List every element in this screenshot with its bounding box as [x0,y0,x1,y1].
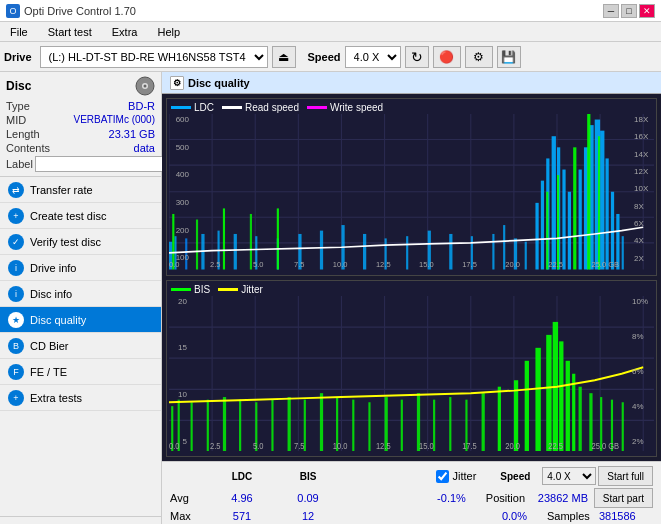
menu-extra[interactable]: Extra [106,25,144,39]
nav-icon-verify-test-disc: ✓ [8,234,24,250]
svg-rect-41 [525,242,527,270]
y-axis-left-top: 600 500 400 300 200 100 [167,115,189,263]
svg-text:5.0: 5.0 [253,260,263,269]
svg-rect-129 [622,402,624,451]
svg-rect-49 [579,170,582,270]
minimize-button[interactable]: ─ [603,4,619,18]
nav-label-fe-te: FE / TE [30,366,67,378]
nav-disc-quality[interactable]: ★ Disc quality [0,307,161,333]
legend-ldc-label: LDC [194,102,214,113]
nav-disc-info[interactable]: i Disc info [0,281,161,307]
speed-stat-select[interactable]: 4.0 X [542,467,596,485]
svg-text:25.0 GB: 25.0 GB [591,440,619,451]
disc-quality-header: ⚙ Disc quality [162,72,661,94]
svg-rect-57 [622,236,624,269]
disc-length-value: 23.31 GB [109,128,155,140]
svg-rect-102 [271,399,273,451]
nav-icon-create-test-disc: + [8,208,24,224]
legend-write-speed-label: Write speed [330,102,383,113]
nav-icon-cd-bier: B [8,338,24,354]
nav-label-transfer-rate: Transfer rate [30,184,93,196]
stats-samples-label: Samples [547,510,597,522]
svg-rect-47 [562,170,565,270]
stats-max-bis: 12 [278,510,338,522]
svg-text:2.5: 2.5 [210,260,220,269]
settings-button2[interactable]: ⚙ [465,46,493,68]
nav-fe-te[interactable]: F FE / TE [0,359,161,385]
bottom-chart: BIS Jitter [166,280,657,458]
svg-rect-32 [363,234,366,270]
svg-text:17.5: 17.5 [462,440,477,451]
drive-select[interactable]: (L:) HL-DT-ST BD-RE WH16NS58 TST4 [40,46,268,68]
start-part-button[interactable]: Start part [594,488,653,508]
save-button[interactable]: 💾 [497,46,521,68]
legend-read-speed: Read speed [222,102,299,113]
jitter-checkbox[interactable] [436,470,449,483]
svg-text:15.0: 15.0 [419,440,434,451]
speed-label: Speed [308,51,341,63]
svg-rect-122 [559,341,563,451]
svg-rect-103 [288,397,291,451]
drive-toolbar: Drive (L:) HL-DT-ST BD-RE WH16NS58 TST4 … [0,42,661,72]
svg-rect-66 [587,114,590,270]
nav-drive-info[interactable]: i Drive info [0,255,161,281]
stats-max-row: Max 571 12 0.0% Samples 381586 [170,510,653,522]
svg-rect-97 [191,402,193,451]
legend-write-speed: Write speed [307,102,383,113]
stats-max-jitter: 0.0% [467,510,527,522]
nav-verify-test-disc[interactable]: ✓ Verify test disc [0,229,161,255]
svg-rect-100 [239,399,241,451]
svg-rect-120 [546,334,551,451]
disc-type-row: Type BD-R [6,100,155,112]
start-full-button[interactable]: Start full [598,466,653,486]
maximize-button[interactable]: □ [621,4,637,18]
charts-container: LDC Read speed Write speed [162,94,661,461]
menu-start-test[interactable]: Start test [42,25,98,39]
status-window-button[interactable]: Status window >> [0,516,161,524]
svg-rect-30 [320,231,323,270]
disc-title: Disc [6,79,31,93]
eject-button[interactable]: ⏏ [272,46,296,68]
legend-jitter: Jitter [218,284,263,295]
svg-rect-62 [277,208,279,269]
stats-header-row: LDC BIS Jitter Speed 4.0 X Start full [170,466,653,486]
speed-select[interactable]: 4.0 X [345,46,401,68]
refresh-button[interactable]: ↻ [405,46,429,68]
disc-label-row: Label 🔍 [6,156,155,172]
jitter-checkbox-label[interactable]: Jitter [436,470,476,483]
nav-extra-tests[interactable]: + Extra tests [0,385,161,411]
top-chart-svg: 0.0 2.5 5.0 7.5 10.0 12.5 15.0 17.5 20.0… [169,114,654,270]
svg-text:10.0: 10.0 [333,440,348,451]
legend-read-speed-color [222,106,242,109]
svg-rect-60 [223,208,225,269]
stats-position-value: 23862 MB [538,492,592,504]
svg-rect-53 [600,131,604,270]
stats-max-label: Max [170,510,206,522]
nav-label-drive-info: Drive info [30,262,76,274]
stats-header-bis: BIS [278,471,338,482]
y-label-400: 400 [176,170,189,179]
main-layout: Disc Type BD-R MID VERBATIMc (000) Lengt… [0,72,661,524]
disc-type-label: Type [6,100,30,112]
stats-position-label: Position [486,492,536,504]
close-button[interactable]: ✕ [639,4,655,18]
legend-bis-label: BIS [194,284,210,295]
menu-file[interactable]: File [4,25,34,39]
menu-help[interactable]: Help [151,25,186,39]
titlebar-left: O Opti Drive Control 1.70 [6,4,136,18]
nav-transfer-rate[interactable]: ⇄ Transfer rate [0,177,161,203]
disc-length-row: Length 23.31 GB [6,128,155,140]
y-axis-right-top: 18X 16X 14X 12X 10X 8X 6X 4X 2X [634,115,656,263]
settings-button1[interactable]: 🔴 [433,46,461,68]
nav-create-test-disc[interactable]: + Create test disc [0,203,161,229]
disc-mid-row: MID VERBATIMc (000) [6,114,155,126]
svg-rect-61 [250,214,252,270]
svg-text:15.0: 15.0 [419,260,434,269]
svg-rect-34 [406,236,408,269]
disc-label-label: Label [6,158,33,170]
svg-rect-65 [573,147,576,269]
svg-rect-64 [557,175,559,269]
nav-cd-bier[interactable]: B CD Bier [0,333,161,359]
svg-text:2.5: 2.5 [210,440,221,451]
disc-label-input[interactable] [35,156,168,172]
